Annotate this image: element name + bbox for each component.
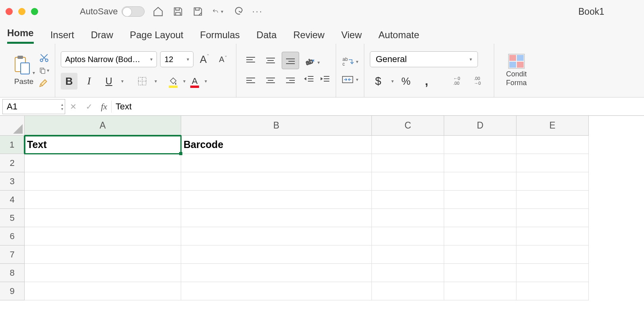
align-left-button[interactable] bbox=[242, 72, 259, 89]
chevron-down-icon[interactable]: ▾ bbox=[205, 78, 207, 84]
close-window-button[interactable] bbox=[6, 8, 13, 15]
borders-button[interactable] bbox=[134, 73, 151, 90]
cell[interactable] bbox=[444, 209, 516, 227]
row-header[interactable]: 9 bbox=[0, 282, 25, 300]
cell[interactable] bbox=[444, 282, 516, 300]
number-format-select[interactable]: General ▾ bbox=[370, 51, 478, 67]
fx-icon[interactable]: fx bbox=[97, 101, 111, 112]
cell[interactable] bbox=[444, 136, 516, 154]
align-middle-button[interactable] bbox=[262, 52, 279, 69]
cell[interactable] bbox=[516, 172, 589, 191]
cell[interactable] bbox=[372, 172, 444, 191]
decrease-decimal-button[interactable]: .00→0 bbox=[472, 73, 488, 90]
row-header[interactable]: 5 bbox=[0, 209, 25, 227]
chevron-down-icon[interactable]: ▾ bbox=[33, 70, 35, 76]
cell[interactable] bbox=[372, 264, 444, 282]
chevron-down-icon[interactable]: ▾ bbox=[183, 78, 186, 84]
cell[interactable] bbox=[372, 245, 444, 264]
align-top-button[interactable] bbox=[242, 52, 259, 69]
cut-button[interactable] bbox=[39, 53, 49, 63]
cell[interactable] bbox=[444, 154, 516, 172]
increase-decimal-button[interactable]: ←0.00 bbox=[451, 73, 468, 90]
bold-button[interactable]: B bbox=[61, 73, 77, 90]
increase-font-size-button[interactable]: A˄ bbox=[197, 52, 213, 67]
row-header[interactable]: 6 bbox=[0, 227, 25, 245]
cell[interactable] bbox=[181, 245, 372, 264]
column-header[interactable]: A bbox=[25, 116, 181, 136]
tab-data[interactable]: Data bbox=[257, 29, 277, 44]
tab-formulas[interactable]: Formulas bbox=[200, 29, 240, 44]
chevron-down-icon[interactable]: ▾ bbox=[391, 78, 394, 84]
redo-button[interactable] bbox=[232, 6, 243, 17]
cell[interactable] bbox=[516, 191, 589, 209]
font-name-select[interactable]: Aptos Narrow (Bod… ▾ bbox=[61, 51, 157, 67]
cancel-formula-button[interactable]: ✕ bbox=[65, 102, 81, 111]
tab-view[interactable]: View bbox=[341, 29, 362, 44]
font-color-button[interactable]: A bbox=[189, 73, 201, 90]
tab-insert[interactable]: Insert bbox=[50, 29, 74, 44]
cell[interactable] bbox=[372, 191, 444, 209]
align-center-button[interactable] bbox=[262, 72, 279, 89]
fill-color-button[interactable] bbox=[167, 73, 179, 90]
cell[interactable] bbox=[25, 245, 181, 264]
name-box[interactable]: A1 ▴▾ bbox=[2, 99, 65, 114]
cell[interactable] bbox=[516, 227, 589, 245]
maximize-window-button[interactable] bbox=[31, 8, 38, 15]
cell[interactable] bbox=[516, 282, 589, 300]
column-header[interactable]: C bbox=[372, 116, 444, 136]
paste-button[interactable] bbox=[13, 55, 32, 76]
autosave-toggle[interactable] bbox=[122, 6, 145, 17]
cell[interactable] bbox=[25, 209, 181, 227]
decrease-indent-button[interactable] bbox=[304, 75, 314, 84]
cell[interactable] bbox=[181, 191, 372, 209]
copy-button[interactable]: ▾ bbox=[39, 65, 49, 76]
decrease-font-size-button[interactable]: A˅ bbox=[216, 53, 230, 66]
cell[interactable] bbox=[181, 282, 372, 300]
cell[interactable] bbox=[25, 172, 181, 191]
cell[interactable] bbox=[444, 245, 516, 264]
cell[interactable] bbox=[181, 154, 372, 172]
cell[interactable]: Text bbox=[25, 136, 181, 154]
cell[interactable] bbox=[516, 136, 589, 154]
cell[interactable] bbox=[25, 227, 181, 245]
percent-button[interactable]: % bbox=[398, 73, 414, 90]
chevron-down-icon[interactable]: ▾ bbox=[356, 59, 358, 64]
wrap-text-button[interactable]: abc ▾ bbox=[342, 56, 358, 67]
align-right-button[interactable] bbox=[282, 72, 299, 89]
row-header[interactable]: 4 bbox=[0, 191, 25, 209]
row-header[interactable]: 8 bbox=[0, 264, 25, 282]
cell[interactable] bbox=[25, 264, 181, 282]
column-header[interactable]: B bbox=[181, 116, 372, 136]
tab-home[interactable]: Home bbox=[7, 27, 34, 44]
chevron-down-icon[interactable]: ▾ bbox=[121, 78, 124, 84]
home-icon[interactable] bbox=[153, 6, 164, 17]
chevron-down-icon[interactable]: ▾ bbox=[155, 78, 157, 84]
column-header[interactable]: D bbox=[444, 116, 516, 136]
comma-style-button[interactable]: , bbox=[418, 73, 435, 90]
tab-page-layout[interactable]: Page Layout bbox=[130, 29, 184, 44]
cell[interactable] bbox=[181, 209, 372, 227]
underline-button[interactable]: U bbox=[101, 73, 117, 90]
cell[interactable] bbox=[516, 245, 589, 264]
chevron-down-icon[interactable]: ▾ bbox=[317, 60, 320, 65]
cell[interactable] bbox=[516, 209, 589, 227]
cell[interactable] bbox=[444, 264, 516, 282]
accept-formula-button[interactable]: ✓ bbox=[81, 102, 97, 111]
cell[interactable] bbox=[181, 264, 372, 282]
row-header[interactable]: 7 bbox=[0, 245, 25, 264]
save-icon[interactable] bbox=[172, 6, 184, 17]
tab-draw[interactable]: Draw bbox=[91, 29, 113, 44]
increase-indent-button[interactable] bbox=[320, 75, 330, 84]
format-painter-button[interactable] bbox=[39, 78, 49, 88]
tab-review[interactable]: Review bbox=[293, 29, 325, 44]
cell[interactable] bbox=[444, 191, 516, 209]
undo-button[interactable]: ▾ bbox=[212, 6, 223, 17]
cell[interactable] bbox=[372, 227, 444, 245]
orientation-button[interactable]: ab ▾ bbox=[304, 57, 330, 68]
tab-automate[interactable]: Automate bbox=[379, 29, 420, 44]
chevron-down-icon[interactable]: ▾ bbox=[221, 9, 223, 14]
chevron-down-icon[interactable]: ▾ bbox=[47, 68, 49, 73]
select-all-corner[interactable] bbox=[0, 116, 25, 136]
chevron-down-icon[interactable]: ▾ bbox=[356, 77, 358, 82]
column-header[interactable]: E bbox=[516, 116, 589, 136]
